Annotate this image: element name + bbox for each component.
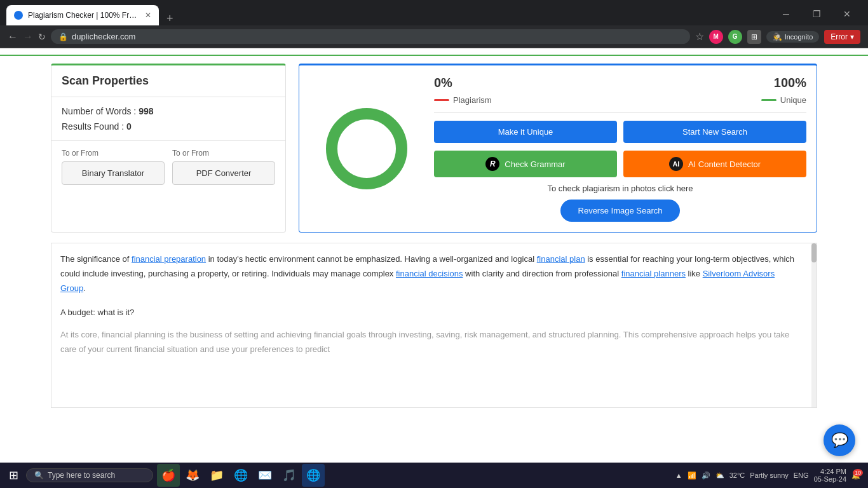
new-tab-button[interactable]: + [161, 11, 179, 25]
taskbar-search[interactable]: 🔍 Type here to search [26, 468, 153, 482]
grammar-row: R Check Grammar AI AI Content Detector [434, 151, 806, 177]
ai-btn-label: AI Content Detector [688, 159, 761, 169]
plagiarism-legend-dash [434, 99, 449, 101]
content-scrollbar-track [811, 243, 817, 407]
pdf-converter-button[interactable]: PDF Converter [172, 161, 275, 185]
link-financial-decisions[interactable]: financial decisions [396, 269, 463, 278]
tool1-label: To or From [62, 149, 165, 158]
taskbar-search-label: Type here to search [48, 471, 115, 480]
error-label: Error [831, 32, 848, 41]
reverse-image-search-button[interactable]: Reverse Image Search [560, 200, 681, 222]
language-indicator: ENG [794, 471, 809, 479]
start-button[interactable]: ⊞ [3, 466, 25, 485]
back-button[interactable]: ← [8, 31, 18, 43]
tools-labels-row: To or From To or From [62, 149, 275, 158]
link-financial-planners[interactable]: financial planners [621, 269, 686, 278]
check-grammar-button[interactable]: R Check Grammar [434, 151, 617, 177]
unique-legend: Unique [761, 95, 806, 105]
content-paragraph-2: At its core, financial planning is the b… [60, 328, 797, 357]
reload-button[interactable]: ↻ [38, 32, 46, 42]
results-value: 0 [126, 121, 132, 132]
plagiarism-legend-label: Plagiarism [453, 95, 492, 105]
taskbar-app-1[interactable]: 🍎 [157, 464, 180, 487]
taskbar-app-5[interactable]: ✉️ [254, 464, 276, 487]
error-chevron: ▾ [850, 32, 854, 41]
weather-condition: Partly sunny [750, 471, 789, 479]
minimize-button[interactable]: ─ [771, 5, 801, 23]
content-scrollbar-thumb[interactable] [811, 243, 817, 262]
search-icon: 🔍 [34, 471, 44, 480]
active-tab[interactable]: Plagiarism Checker | 100% Free... ✕ [6, 5, 159, 25]
taskbar-app-4[interactable]: 🌐 [229, 464, 252, 487]
forward-button[interactable]: → [23, 31, 33, 43]
ai-icon: AI [669, 157, 683, 171]
link-financial-plan[interactable]: financial plan [537, 254, 585, 264]
words-stat: Number of Words : 998 [62, 106, 275, 116]
tools-section: To or From To or From Binary Translator … [51, 141, 285, 193]
make-unique-button[interactable]: Make it Unique [434, 121, 617, 143]
scan-properties-title: Scan Properties [62, 74, 149, 87]
action-buttons-row: Make it Unique Start New Search [434, 121, 806, 143]
taskbar-app-chrome[interactable]: 🌐 [302, 464, 325, 487]
stats-area: 0% 100% Plagiarism Unique [424, 76, 806, 222]
window-controls: ─ ❐ ✕ [771, 5, 862, 25]
taskbar-app-6[interactable]: 🎵 [278, 464, 301, 487]
binary-translator-button[interactable]: Binary Translator [62, 161, 165, 185]
clock-time: 4:24 PM [814, 468, 846, 475]
clock-date: 05-Sep-24 [814, 475, 846, 483]
ai-detector-button[interactable]: AI AI Content Detector [623, 151, 806, 177]
content-heading-1: A budget: what is it? [60, 306, 797, 320]
chat-bubble[interactable]: 💬 [824, 424, 855, 456]
start-new-search-button[interactable]: Start New Search [623, 121, 806, 143]
tab-bar: Plagiarism Checker | 100% Free... ✕ + [6, 5, 771, 25]
results-panel: 0% 100% Plagiarism Unique [299, 64, 817, 233]
tab-title: Plagiarism Checker | 100% Free... [28, 11, 140, 20]
scan-properties-panel: Scan Properties Number of Words : 998 Re… [51, 64, 286, 233]
main-area: Scan Properties Number of Words : 998 Re… [0, 56, 868, 463]
tab-close-icon[interactable]: ✕ [145, 11, 151, 20]
words-value: 998 [139, 106, 153, 116]
network-icon: 📶 [688, 471, 696, 480]
tools-buttons-row: Binary Translator PDF Converter [62, 161, 275, 185]
results-label: Results Found : [62, 121, 126, 132]
percent-row: 0% 100% [434, 76, 806, 90]
taskbar-app-2[interactable]: 🦊 [181, 464, 204, 487]
unique-pct-value: 100% [774, 76, 806, 90]
taskbar-app-3[interactable]: 📁 [205, 464, 228, 487]
incognito-label: Incognito [785, 33, 813, 41]
content-inner: The significance of financial preparatio… [51, 243, 817, 407]
taskbar-clock: 4:24 PM 05-Sep-24 [814, 468, 846, 483]
content-area: The significance of financial preparatio… [51, 243, 817, 408]
extension-icon-3[interactable]: ⊞ [747, 30, 761, 44]
extension-icon-1[interactable]: M [709, 30, 723, 44]
close-button[interactable]: ✕ [832, 5, 862, 23]
plagiarism-percent: 0% [434, 76, 452, 90]
browser-chrome: Plagiarism Checker | 100% Free... ✕ + ─ … [0, 0, 868, 25]
grammar-icon: R [485, 157, 499, 171]
address-bar: ← → ↻ 🔒 ☆ M G ⊞ 🕵️ Incognito Error ▾ [0, 25, 868, 48]
page-content: Scan Properties Number of Words : 998 Re… [0, 48, 868, 463]
svg-point-0 [332, 114, 402, 184]
taskbar-right: ▲ 📶 🔊 ⛅ 32°C Partly sunny ENG 4:24 PM 05… [675, 468, 865, 483]
error-button[interactable]: Error ▾ [824, 30, 860, 44]
volume-icon[interactable]: 🔊 [702, 471, 710, 480]
words-label: Number of Words : [62, 106, 139, 116]
bookmark-icon[interactable]: ☆ [695, 30, 704, 43]
plagiarism-pct-value: 0% [434, 76, 452, 90]
link-financial-preparation[interactable]: financial preparation [132, 254, 206, 264]
plagiarism-legend: Plagiarism [434, 95, 492, 105]
url-bar[interactable]: 🔒 [51, 29, 690, 44]
incognito-icon: 🕵️ [773, 32, 782, 41]
taskbar: ⊞ 🔍 Type here to search 🍎 🦊 📁 🌐 ✉️ 🎵 🌐 ▲… [0, 463, 868, 488]
notification-icon[interactable]: 🔔10 [851, 471, 860, 480]
scan-stats-section: Number of Words : 998 Results Found : 0 [51, 97, 285, 141]
donut-chart-area [309, 76, 424, 222]
taskbar-apps: 🍎 🦊 📁 🌐 ✉️ 🎵 🌐 [157, 464, 325, 487]
taskbar-expand-icon[interactable]: ▲ [675, 471, 682, 479]
extension-icon-2[interactable]: G [728, 30, 742, 44]
maximize-button[interactable]: ❐ [802, 5, 831, 23]
photo-check-text: To check plagiarism in photos click here [434, 184, 806, 193]
url-input[interactable] [72, 32, 682, 41]
weather-temp: 32°C [729, 471, 745, 479]
unique-percent: 100% [774, 76, 806, 90]
